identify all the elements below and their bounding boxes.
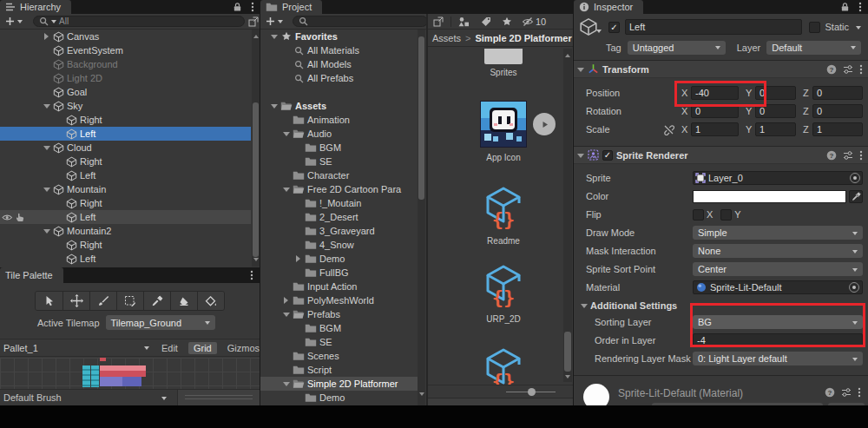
project-item-script[interactable]: Script [260, 363, 418, 377]
hierarchy-search-input[interactable]: All [33, 16, 245, 27]
project-item-favorites[interactable]: Favorites [260, 30, 418, 43]
hierarchy-item-cloud[interactable]: Cloud [0, 141, 251, 155]
sprite-object-field[interactable]: Layer_0 [693, 171, 863, 185]
project-item-character[interactable]: Character [260, 168, 418, 182]
gameobject-cube-icon[interactable] [579, 17, 598, 36]
brush-dropdown-icon[interactable] [161, 397, 167, 403]
foldout-icon[interactable] [577, 154, 584, 161]
material-object-field[interactable]: Sprite-Lit-Default [693, 280, 863, 294]
scrollbar-thumb[interactable] [564, 332, 571, 372]
breadcrumb-root[interactable]: Assets [432, 33, 461, 43]
play-preview-button[interactable] [533, 113, 556, 135]
project-item-bgm[interactable]: BGM [260, 321, 418, 335]
asset-grid-scrollbar[interactable] [563, 49, 572, 382]
project-item-all-models[interactable]: All Models [260, 57, 418, 71]
expand-icon[interactable] [280, 297, 292, 304]
palette-dropdown-icon[interactable] [144, 346, 149, 352]
project-item-fullbg[interactable]: FullBG [260, 266, 418, 280]
position-y-field[interactable]: 0 [755, 86, 796, 100]
project-item-audio[interactable]: Audio [260, 127, 418, 141]
hierarchy-item-sky[interactable]: Sky [0, 99, 251, 113]
slider-knob[interactable] [528, 388, 536, 396]
tile-palette-grid[interactable] [0, 358, 260, 389]
project-item-bgm[interactable]: BGM [260, 141, 418, 155]
project-item-demo[interactable]: Demo [260, 252, 418, 266]
project-item-se[interactable]: SE [260, 335, 418, 349]
eyedropper-icon[interactable] [849, 190, 863, 203]
presets-icon[interactable] [843, 150, 853, 161]
object-picker-icon[interactable] [850, 173, 860, 183]
project-item-polymeshworld[interactable]: PolyMeshWorld [260, 293, 418, 307]
additional-settings-foldout[interactable]: Additional Settings [574, 299, 868, 313]
hierarchy-item-eventsystem[interactable]: EventSystem [0, 43, 251, 57]
color-swatch[interactable] [693, 190, 846, 203]
tab-hierarchy[interactable]: Hierarchy [0, 0, 71, 14]
tile-red[interactable] [100, 365, 146, 377]
hierarchy-item-left[interactable]: Left [0, 127, 251, 141]
hierarchy-item-background[interactable]: Background [0, 57, 251, 71]
collapse-icon[interactable] [41, 225, 52, 237]
collapse-icon[interactable] [280, 308, 292, 320]
expand-icon[interactable] [293, 255, 304, 262]
collapse-icon[interactable] [41, 142, 52, 154]
scale-y-field[interactable]: 1 [755, 122, 796, 136]
sort-point-dropdown[interactable]: Center [693, 262, 863, 276]
rendering-layer-dropdown[interactable]: 0: Light Layer default [693, 352, 863, 365]
gameobject-icon-dropdown[interactable] [596, 30, 602, 36]
tile-red-small[interactable] [100, 358, 106, 361]
layer-dropdown[interactable]: Default [766, 41, 861, 55]
asset-item-urp-2d[interactable]: {}URP_2D [463, 262, 544, 324]
brush-dropdown[interactable]: Default Brush [3, 392, 161, 403]
tag-dropdown[interactable]: Untagged [628, 41, 726, 55]
order-in-layer-field[interactable]: -4 [693, 333, 863, 347]
scroll-down-icon[interactable] [565, 375, 570, 381]
collapse-icon[interactable] [41, 183, 52, 195]
sprite-renderer-header[interactable]: ✓ Sprite Renderer ? [574, 147, 868, 164]
breadcrumb-current[interactable]: Simple 2D Platformer [475, 33, 571, 43]
hierarchy-item-right[interactable]: Right [0, 155, 251, 168]
static-checkbox[interactable] [809, 22, 820, 33]
tile-teal[interactable] [82, 365, 90, 387]
favorites-star-icon[interactable] [502, 16, 512, 27]
project-item-assets[interactable]: Assets [260, 99, 418, 113]
collapse-icon[interactable] [280, 128, 292, 140]
edit-button[interactable]: Edit [161, 343, 178, 353]
asset-item-sprites[interactable]: Sprites [463, 49, 544, 77]
lock-icon[interactable] [233, 2, 242, 12]
collapse-icon[interactable] [268, 30, 279, 43]
project-item-free-2d-cartoon-para[interactable]: Free 2D Cartoon Para [260, 182, 418, 196]
kebab-menu-icon[interactable] [859, 150, 863, 161]
flip-x-checkbox[interactable] [693, 209, 704, 221]
project-item--moutain[interactable]: !_Moutain [260, 196, 418, 210]
asset-item-partial[interactable]: {} [463, 346, 544, 385]
lock-icon[interactable] [840, 2, 850, 12]
mask-interaction-dropdown[interactable]: None [693, 244, 863, 258]
help-icon[interactable]: ? [825, 387, 835, 398]
flip-y-checkbox[interactable] [720, 209, 732, 221]
scroll-up-icon[interactable] [565, 51, 570, 57]
draw-mode-dropdown[interactable]: Simple [693, 226, 863, 240]
filter-by-label-icon[interactable] [481, 16, 491, 27]
scroll-up-icon[interactable] [253, 32, 259, 38]
project-tree-scrollbar[interactable] [418, 30, 425, 405]
hierarchy-item-right[interactable]: Right [0, 113, 251, 127]
foldout-icon[interactable] [577, 68, 584, 76]
hierarchy-item-right[interactable]: Right [0, 196, 251, 210]
tile-picker-tool[interactable] [143, 292, 170, 310]
hierarchy-item-mountain[interactable]: Mountain [0, 182, 251, 196]
collapse-icon[interactable] [280, 183, 292, 195]
tab-tile-palette[interactable]: Tile Palette [0, 267, 63, 283]
add-dropdown-icon[interactable] [278, 20, 283, 26]
presets-icon[interactable] [841, 387, 852, 398]
eraser-tool[interactable] [170, 292, 197, 310]
transform-header[interactable]: Transform ? [574, 61, 868, 78]
add-asset-icon[interactable] [266, 16, 275, 26]
filter-by-type-icon[interactable] [458, 16, 470, 27]
scale-z-field[interactable]: 1 [812, 122, 863, 136]
project-item-3-graveyard[interactable]: 3_Graveyard [260, 224, 418, 238]
add-object-icon[interactable] [5, 16, 15, 26]
sorting-layer-dropdown[interactable]: BG [693, 315, 863, 329]
kebab-menu-icon[interactable] [250, 270, 253, 280]
hierarchy-item-light-2d[interactable]: Light 2D [0, 71, 251, 85]
project-item-scenes[interactable]: Scenes [260, 349, 418, 363]
